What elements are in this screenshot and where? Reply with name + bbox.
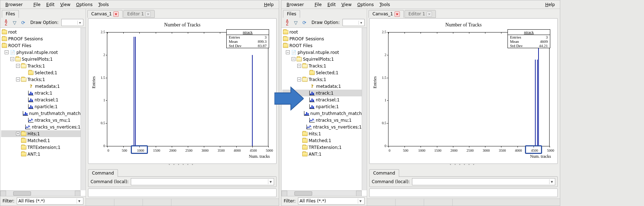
svg-rect-34	[309, 109, 315, 109]
tab-editor-1[interactable]: Editor 1×	[123, 10, 155, 18]
close-icon[interactable]: ×	[427, 11, 432, 17]
tree-node-rootfiles: ROOT Files	[282, 42, 362, 49]
tab-files[interactable]: Files	[283, 10, 300, 18]
command-input[interactable]: ▾	[131, 178, 274, 185]
svg-rect-20	[28, 122, 34, 122]
menu-options[interactable]: Options	[354, 1, 376, 8]
collapse-icon[interactable]: −	[286, 50, 290, 54]
menu-tools[interactable]: Tools	[96, 1, 112, 8]
close-icon[interactable]: ×	[395, 11, 400, 17]
stats-name: ntrack	[508, 30, 550, 35]
svg-rect-44	[309, 122, 315, 122]
canvas-panel: Canvas_1× Editor 1× Number of Tracks Ent…	[86, 9, 279, 206]
refresh-icon[interactable]: ⟳	[301, 19, 308, 26]
menu-edit[interactable]: Edit	[325, 1, 339, 8]
canvas-body[interactable]: Number of Tracks Entries 050010001500200…	[88, 18, 277, 164]
menu-help[interactable]: Help	[261, 1, 277, 8]
menu-view[interactable]: View	[339, 1, 354, 8]
menu-browser[interactable]: Browser	[284, 1, 307, 8]
tab-command[interactable]: Command	[369, 169, 399, 177]
filter-combo[interactable]: All Files (*.*)▾	[298, 197, 365, 205]
tree-leaf-ntracks-vs-mu: ntracks_vs_mu;1	[282, 117, 362, 124]
tab-editor-1[interactable]: Editor 1×	[405, 10, 436, 18]
svg-rect-14	[32, 106, 33, 109]
svg-rect-1	[28, 91, 29, 95]
filter-icon[interactable]: ▽	[11, 19, 18, 26]
svg-rect-11	[28, 104, 29, 109]
histogram-icon	[309, 91, 315, 95]
scroll-thumb[interactable]	[294, 191, 312, 196]
root-browser-window-right: Browser File Edit View Options Tools Hel…	[281, 0, 560, 206]
sort-icon[interactable]: AZ	[284, 19, 291, 26]
bottom-status-bar	[367, 199, 560, 206]
command-local-label: Command (local):	[91, 179, 129, 184]
draw-option-combo[interactable]: ▾	[342, 19, 365, 26]
tree-vertical-scrollbar[interactable]	[362, 28, 367, 190]
x-axis-label: Num. tracks	[530, 154, 551, 159]
svg-rect-39	[304, 115, 309, 116]
file-tree[interactable]: root PROOF Sessions ROOT Files −📄physval…	[282, 27, 367, 196]
histogram-icon	[28, 97, 34, 102]
svg-rect-38	[313, 106, 314, 109]
canvas-body[interactable]: Number of Tracks Entries 050010001500200…	[369, 18, 558, 164]
collapse-icon[interactable]: −	[16, 77, 20, 81]
close-icon[interactable]: ×	[113, 11, 119, 17]
tab-files[interactable]: Files	[2, 10, 19, 18]
file-browser-panel: Files AZ ▽ ⟳ Draw Option: ▾ root PROOF S…	[0, 9, 86, 206]
command-input[interactable]: ▾	[412, 178, 555, 185]
plot-area[interactable]: 0500100015002000250030003500400045005000…	[388, 32, 550, 146]
tree-leaf-ntracks-vs-nvert: ntracks_vs_nvertices;1	[282, 124, 362, 130]
pane-resize-handle[interactable]: ˅˅˅˅˅˅	[86, 165, 279, 168]
tree-node-squirrel: −SquirrelPlots;1	[282, 56, 362, 62]
menu-view[interactable]: View	[57, 1, 73, 8]
svg-rect-16	[23, 111, 23, 116]
tree-node-ant: ANT;1	[1, 151, 81, 157]
tab-command[interactable]: Command	[88, 169, 118, 177]
tree-horizontal-scrollbar[interactable]	[0, 190, 81, 196]
plot-area[interactable]: 0500100015002000250030003500400045005000…	[107, 32, 268, 146]
svg-rect-2	[29, 94, 30, 95]
svg-rect-40	[304, 111, 304, 116]
menu-edit[interactable]: Edit	[43, 1, 57, 8]
plot-title: Number of Tracks	[91, 21, 273, 28]
tree-vertical-scrollbar[interactable]	[81, 28, 86, 190]
pane-resize-handle[interactable]: ˅˅˅˅˅˅	[367, 165, 560, 168]
menu-file[interactable]: File	[31, 1, 43, 8]
filter-combo[interactable]: All Files (*.*)▾	[17, 197, 83, 205]
transition-arrow-icon	[274, 86, 304, 111]
file-tree[interactable]: root PROOF Sessions ROOT Files −📄physval…	[0, 27, 86, 196]
expand-icon[interactable]: +	[16, 132, 20, 136]
svg-rect-42	[306, 112, 307, 115]
menu-options[interactable]: Options	[73, 1, 95, 8]
svg-rect-24	[309, 95, 315, 95]
tab-canvas-1[interactable]: Canvas_1×	[369, 10, 404, 18]
menu-file[interactable]: File	[312, 1, 325, 8]
collapse-icon[interactable]: −	[5, 50, 9, 54]
collapse-icon[interactable]: −	[10, 57, 14, 61]
tree-node-tracks-1: −Tracks;1	[282, 62, 362, 69]
collapse-icon[interactable]: −	[297, 77, 301, 81]
tree-node-selected: Selected;1	[1, 69, 81, 76]
filter-icon[interactable]: ▽	[292, 19, 299, 26]
sort-icon[interactable]: AZ	[2, 19, 10, 26]
refresh-icon[interactable]: ⟳	[20, 19, 27, 26]
dual-window-layout: Browser File Edit View Options Tools Hel…	[0, 0, 644, 206]
scroll-thumb[interactable]	[13, 191, 31, 196]
svg-rect-46	[306, 129, 312, 129]
menu-browser[interactable]: Browser	[2, 1, 26, 8]
tree-horizontal-scrollbar[interactable]	[282, 190, 362, 196]
y-axis-label: Entries	[372, 76, 378, 89]
svg-rect-45	[309, 118, 310, 122]
svg-rect-18	[25, 112, 26, 115]
menu-help[interactable]: Help	[542, 1, 558, 8]
tree-node-rootfiles: ROOT Files	[1, 42, 81, 49]
tab-canvas-1[interactable]: Canvas_1×	[87, 10, 123, 18]
collapse-icon[interactable]: −	[292, 57, 295, 61]
draw-option-combo[interactable]: ▾	[61, 19, 83, 26]
stats-box: ntrack Entries3 Mean4609 Std Dev44.21	[508, 29, 550, 48]
menu-tools[interactable]: Tools	[377, 1, 393, 8]
collapse-icon[interactable]: −	[297, 64, 301, 68]
close-icon[interactable]: ×	[145, 11, 151, 17]
collapse-icon[interactable]: −	[16, 64, 20, 68]
stats-box: ntrack Entries3 Mean899.3 Std Dev83.87	[226, 29, 269, 48]
